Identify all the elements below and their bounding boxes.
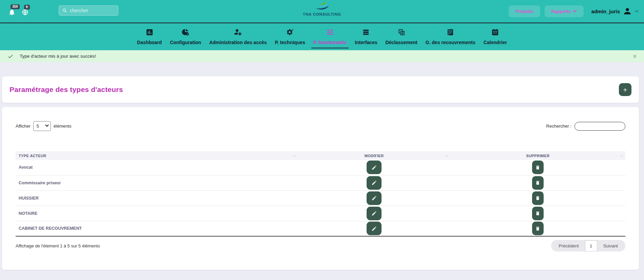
table-row: Avocat xyxy=(16,160,625,175)
language-badge: fr xyxy=(24,5,30,10)
trash-icon xyxy=(535,180,540,186)
search-icon xyxy=(62,8,67,13)
globe-icon xyxy=(22,11,28,17)
table-info-text: Affichage de l'élement 1 à 5 sur 5 éléme… xyxy=(16,243,100,248)
column-header-modifier[interactable]: MODIFIER ↑↓ xyxy=(298,151,450,160)
check-icon xyxy=(7,53,14,59)
pagination-next-button[interactable]: Suivant xyxy=(603,243,618,248)
rapports-button[interactable]: Rapports xyxy=(545,5,584,17)
sort-arrows-icon[interactable]: ↑↓ xyxy=(445,154,448,158)
table-controls: Afficher 5 éléments Rechercher : xyxy=(16,121,625,131)
notifications-count-badge: 359 xyxy=(11,4,20,9)
edit-button[interactable] xyxy=(367,161,382,174)
nav-item-declassement[interactable]: Déclassement xyxy=(385,23,417,50)
nav-item-administration-des-acces[interactable]: Administration des accès xyxy=(209,23,267,50)
trash-icon xyxy=(535,210,540,216)
trash-icon xyxy=(535,195,540,201)
success-alert: Type d'acteur mis à jour avec succès! × xyxy=(0,50,644,62)
language-button[interactable]: fr xyxy=(22,9,28,17)
header-search-box xyxy=(59,5,118,16)
user-menu[interactable]: admin_juris xyxy=(591,6,639,16)
user-avatar-icon xyxy=(623,6,632,16)
delete-button[interactable] xyxy=(532,207,544,220)
alert-message: Type d'acteur mis à jour avec succès! xyxy=(20,54,96,59)
edit-button[interactable] xyxy=(367,222,382,235)
bell-icon xyxy=(8,11,16,17)
table-footer: Affichage de l'élement 1 à 5 sur 5 éléme… xyxy=(16,240,625,251)
actor-type-cell: CABINET DE RECOUVREMENT xyxy=(16,221,298,236)
pencil-icon xyxy=(371,210,377,216)
top-header-bar: 359 fr TNA CONSULTING Produits Rapports xyxy=(0,0,644,22)
table-search-input[interactable] xyxy=(574,122,625,131)
pagination-previous-button[interactable]: Précédent xyxy=(559,243,579,248)
delete-button[interactable] xyxy=(532,191,544,205)
length-label-suffix: éléments xyxy=(54,124,72,129)
table-grid-icon xyxy=(397,28,406,37)
actor-type-cell: HUISSIER xyxy=(16,190,298,206)
brand-name: TNA CONSULTING xyxy=(303,13,341,17)
table-header-row: TYPE ACTEUR ↑↓ MODIFIER ↑↓ SUPPRIMER ↑↓ xyxy=(16,151,625,160)
table-row: HUISSIER xyxy=(16,190,625,206)
actor-types-table-card: Afficher 5 éléments Rechercher : TYPE AC… xyxy=(2,107,639,270)
nav-item-g-des-recouvrements[interactable]: G. des recouvrements xyxy=(426,23,475,50)
username: admin_juris xyxy=(591,8,620,14)
ledger-book-icon xyxy=(446,28,454,37)
tune-sliders-icon xyxy=(326,28,334,37)
gear-sparkle-icon xyxy=(286,28,294,37)
edit-button[interactable] xyxy=(367,207,382,220)
pencil-icon xyxy=(371,226,377,231)
actor-types-table: TYPE ACTEUR ↑↓ MODIFIER ↑↓ SUPPRIMER ↑↓ … xyxy=(16,151,625,237)
dashboard-icon xyxy=(145,28,154,37)
brand-leaves-icon xyxy=(314,6,330,12)
manage-accounts-icon xyxy=(234,28,242,37)
trash-icon xyxy=(535,165,540,170)
notifications-button[interactable]: 359 xyxy=(8,8,16,17)
stacked-bars-icon xyxy=(362,28,370,37)
configuration-icon xyxy=(181,28,190,37)
actor-type-cell: Commissaire priseur xyxy=(16,175,298,190)
produits-button[interactable]: Produits xyxy=(509,5,540,17)
calendar-icon xyxy=(491,28,499,37)
nav-item-configuration[interactable]: Configuration xyxy=(170,23,201,50)
sort-arrows-icon[interactable]: ↑↓ xyxy=(293,154,295,158)
nav-item-dashboard[interactable]: Dashboard xyxy=(137,23,162,50)
table-row: Commissaire priseur xyxy=(16,175,625,190)
nav-item-calendrier[interactable]: Calendrier xyxy=(484,23,507,50)
actor-type-cell: Avocat xyxy=(16,160,298,175)
table-row: NOTAIRE xyxy=(16,206,625,221)
column-header-supprimer[interactable]: SUPPRIMER ↑↓ xyxy=(450,151,625,160)
delete-button[interactable] xyxy=(532,176,544,190)
alert-close-button[interactable]: × xyxy=(633,53,637,59)
table-row: CABINET DE RECOUVREMENT xyxy=(16,221,625,236)
edit-button[interactable] xyxy=(367,191,382,205)
nav-item-p-techniques[interactable]: P. techniques xyxy=(275,23,305,50)
chevron-down-icon xyxy=(573,10,577,13)
page-title-card: Paramétrage des types d'acteurs + xyxy=(2,76,639,103)
pagination-page-1-button[interactable]: 1 xyxy=(585,240,597,251)
pencil-icon xyxy=(371,195,377,201)
edit-button[interactable] xyxy=(367,176,382,190)
trash-icon xyxy=(535,226,540,231)
column-header-type-acteur[interactable]: TYPE ACTEUR ↑↓ xyxy=(16,151,298,160)
brand-logo: TNA CONSULTING xyxy=(303,2,341,17)
sort-arrows-icon[interactable]: ↑↓ xyxy=(620,154,623,158)
actor-type-cell: NOTAIRE xyxy=(16,206,298,221)
pencil-icon xyxy=(371,165,377,170)
delete-button[interactable] xyxy=(532,161,544,174)
add-actor-type-button[interactable]: + xyxy=(619,83,631,96)
main-navigation: Dashboard Configuration Administration d… xyxy=(0,22,644,50)
pagination: Précédent 1 Suivant xyxy=(551,240,625,251)
length-label-prefix: Afficher xyxy=(16,124,31,129)
delete-button[interactable] xyxy=(532,222,544,235)
table-search-label: Rechercher : xyxy=(546,124,571,129)
page-length-select[interactable]: 5 xyxy=(33,121,51,131)
header-search-input[interactable] xyxy=(70,8,115,13)
nav-item-interfaces[interactable]: Interfaces xyxy=(355,23,377,50)
pencil-icon xyxy=(371,180,377,186)
page-title: Paramétrage des types d'acteurs xyxy=(9,86,123,94)
nav-item-p-fonctionnels[interactable]: P. fonctionnels xyxy=(313,23,347,50)
user-chevron-down-icon xyxy=(635,10,639,13)
